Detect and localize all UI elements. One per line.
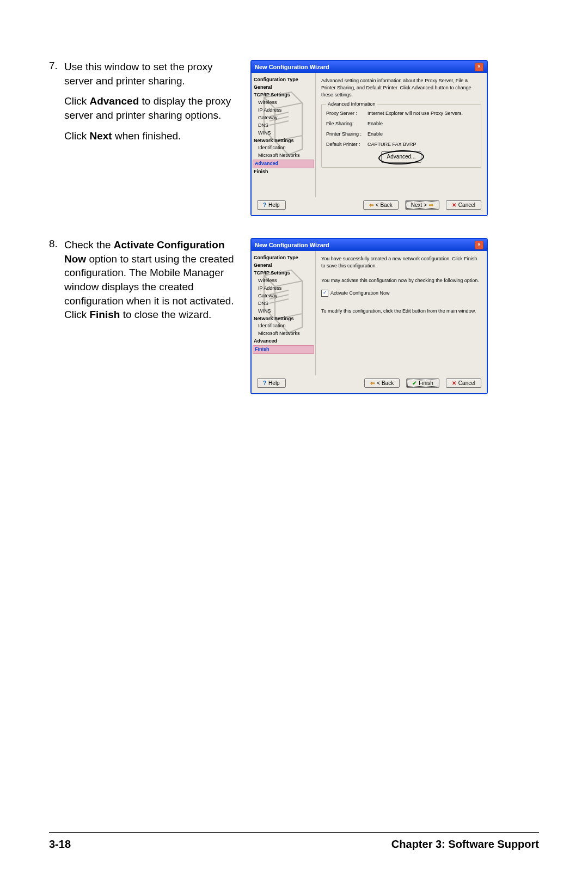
info-row: File Sharing: Enable — [326, 120, 476, 127]
close-icon[interactable]: × — [475, 63, 483, 71]
sidebar-item[interactable]: Wireless — [254, 99, 313, 107]
finish-button[interactable]: ✔ Finish — [406, 378, 439, 388]
sidebar-item[interactable]: Gateway — [254, 292, 313, 300]
advanced-button[interactable]: Advanced... — [381, 151, 422, 163]
back-button[interactable]: ⇦ < Back — [363, 200, 399, 210]
sidebar-item[interactable]: WINS — [254, 308, 313, 315]
close-icon[interactable]: × — [475, 241, 483, 249]
wizard-title-text: New Configuration Wizard — [255, 242, 329, 248]
sidebar-item[interactable]: Microsoft Networks — [254, 152, 313, 160]
cancel-label: Cancel — [458, 380, 475, 386]
info-label: Printer Sharing : — [326, 131, 367, 138]
sidebar-item[interactable]: Microsoft Networks — [254, 330, 313, 338]
sidebar-item[interactable]: Wireless — [254, 277, 313, 285]
pane1-intro: Advanced setting contain information abo… — [321, 77, 481, 99]
sidebar-item[interactable]: General — [254, 262, 313, 270]
help-label: Help — [268, 380, 280, 386]
sidebar-item[interactable]: Configuration Type — [254, 254, 313, 262]
sidebar-item[interactable]: DNS — [254, 300, 313, 308]
step-7-text: 7. Use this window to set the proxy serv… — [49, 60, 245, 149]
help-label: Help — [268, 202, 280, 208]
step7-p3-pre: Click — [64, 130, 89, 142]
back-button[interactable]: ⇦ < Back — [364, 378, 400, 388]
page-number: 3-18 — [49, 838, 71, 851]
help-icon: ? — [263, 381, 266, 386]
step-7-row: 7. Use this window to set the proxy serv… — [49, 60, 539, 216]
info-value: Enable — [367, 120, 476, 127]
step-8-body: Check the Activate Configuration Now opt… — [64, 238, 238, 328]
sidebar-item[interactable]: IP Address — [254, 285, 313, 292]
step-8-text: 8. Check the Activate Configuration Now … — [49, 238, 245, 328]
next-button[interactable]: Next > ⇨ — [405, 200, 439, 210]
pane2-text2: You may activate this configuration now … — [321, 277, 481, 284]
info-label: Default Printer : — [326, 141, 367, 148]
sidebar-item[interactable]: Network Settings — [254, 315, 313, 323]
wizard-titlebar: New Configuration Wizard × — [252, 239, 487, 251]
check-icon: ✔ — [412, 381, 416, 386]
wizard-pane-finish: You have successfully created a new netw… — [316, 251, 487, 375]
wizard-sidebar: Configuration Type General TCP/IP Settin… — [252, 73, 316, 197]
info-label: Proxy Server : — [326, 110, 367, 117]
sidebar-item[interactable]: Network Settings — [254, 137, 313, 145]
cancel-button[interactable]: ✕ Cancel — [446, 200, 481, 210]
back-label: < Back — [376, 202, 393, 208]
pane2-text3: To modify this configuration, click the … — [321, 308, 481, 315]
sidebar-item-advanced[interactable]: Advanced — [254, 338, 313, 345]
wizard-footer: ? Help ⇦ < Back ✔ Finish ✕ Cancel — [252, 375, 487, 393]
sidebar-item[interactable]: General — [254, 84, 313, 91]
sidebar-item[interactable]: Configuration Type — [254, 76, 313, 84]
step-8-number: 8. — [49, 238, 64, 250]
info-value: CAPTURE FAX BVRP — [367, 141, 476, 148]
activate-checkbox-row[interactable]: ✓Activate Configuration Now — [321, 290, 481, 297]
info-value: Internet Explorer will not use Proxy Ser… — [367, 110, 476, 117]
info-row: Printer Sharing : Enable — [326, 131, 476, 138]
arrow-left-icon: ⇦ — [370, 381, 375, 386]
sidebar-item[interactable]: Identification — [254, 144, 313, 152]
chapter-title: Chapter 3: Software Support — [391, 838, 539, 851]
sidebar-item[interactable]: TCP/IP Settings — [254, 91, 313, 99]
sidebar-item[interactable]: Identification — [254, 322, 313, 330]
wizard-sidebar: Configuration Type General TCP/IP Settin… — [252, 251, 316, 375]
wizard-pane-advanced: Advanced setting contain information abo… — [316, 73, 487, 197]
sidebar-item[interactable]: DNS — [254, 122, 313, 130]
info-value: Enable — [367, 131, 476, 138]
help-button[interactable]: ? Help — [257, 378, 286, 388]
pane2-intro: You have successfully created a new netw… — [321, 255, 481, 270]
wizard-window-advanced: New Configuration Wizard × Configura — [250, 60, 488, 216]
cancel-button[interactable]: ✕ Cancel — [446, 378, 481, 388]
sidebar-item-advanced[interactable]: Advanced — [253, 160, 314, 168]
cancel-icon: ✕ — [452, 381, 456, 386]
cancel-icon: ✕ — [452, 203, 456, 208]
step7-p2-bold: Advanced — [89, 95, 139, 107]
advanced-info-fieldset: Advanced Information Proxy Server : Inte… — [321, 104, 481, 168]
s8-a: Check the — [64, 239, 114, 250]
sidebar-item[interactable]: IP Address — [254, 107, 313, 114]
step7-p3-post: when finished. — [112, 130, 181, 142]
wizard-title-text: New Configuration Wizard — [255, 64, 329, 70]
sidebar-item-finish[interactable]: Finish — [253, 345, 314, 354]
sidebar-item[interactable]: TCP/IP Settings — [254, 270, 313, 277]
wizard-client-area: Configuration Type General TCP/IP Settin… — [252, 251, 487, 375]
help-button[interactable]: ? Help — [257, 200, 286, 210]
activate-checkbox-label: Activate Configuration Now — [330, 290, 390, 296]
step-8-row: 8. Check the Activate Configuration Now … — [49, 238, 539, 394]
arrow-right-icon: ⇨ — [429, 203, 433, 208]
wizard-window-finish: New Configuration Wizard × Configura — [250, 238, 488, 394]
step7-p3-bold: Next — [89, 130, 112, 142]
step-7-number: 7. — [49, 60, 64, 72]
wizard-client-area: Configuration Type General TCP/IP Settin… — [252, 73, 487, 197]
info-row: Proxy Server : Internet Explorer will no… — [326, 110, 476, 117]
s8-d: Finish — [89, 309, 120, 320]
wizard-titlebar: New Configuration Wizard × — [252, 61, 487, 73]
wizard-footer: ? Help ⇦ < Back Next > ⇨ ✕ Cancel — [252, 197, 487, 215]
step-7-body: Use this window to set the proxy server … — [64, 60, 238, 149]
sidebar-item[interactable]: WINS — [254, 130, 313, 137]
document-page: 7. Use this window to set the proxy serv… — [0, 0, 588, 886]
sidebar-item-finish[interactable]: Finish — [254, 168, 313, 176]
sidebar-item[interactable]: Gateway — [254, 114, 313, 122]
back-label: < Back — [377, 380, 394, 386]
activate-checkbox[interactable]: ✓ — [321, 290, 328, 297]
page-footer: 3-18 Chapter 3: Software Support — [49, 832, 539, 851]
info-row: Default Printer : CAPTURE FAX BVRP — [326, 141, 476, 148]
next-label: Next > — [411, 202, 427, 208]
